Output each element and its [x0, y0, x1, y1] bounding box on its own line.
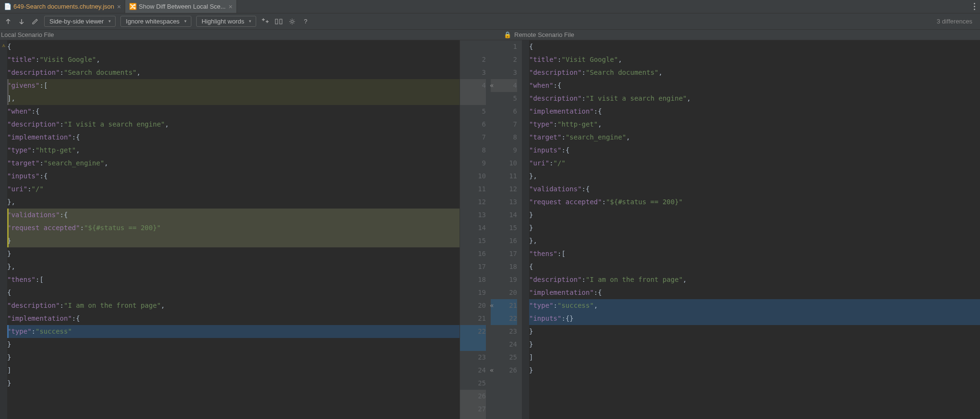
code-line[interactable]: "type": "http-get",	[7, 144, 460, 157]
code-line[interactable]: "target": "search_engine",	[7, 157, 460, 170]
code-line[interactable]: },	[529, 170, 980, 183]
tab-label: Show Diff Between Local Sce...	[139, 3, 225, 10]
left-code[interactable]: { "title": "Visit Google", "description"…	[7, 40, 460, 419]
help-button[interactable]: ?	[299, 15, 312, 28]
code-line[interactable]: "description": "I am on the front page",	[7, 299, 460, 312]
code-line[interactable]: "request accepted": "${#status == 200}"	[529, 196, 980, 209]
code-line[interactable]: "when": {	[7, 105, 460, 118]
line-number: 22	[491, 312, 517, 325]
line-number: 5	[491, 92, 517, 105]
collapse-button[interactable]	[259, 15, 272, 28]
code-line[interactable]: "validations": {	[529, 183, 980, 196]
apply-left-icon[interactable]: «	[490, 364, 494, 377]
line-number: 21	[460, 312, 486, 325]
code-line[interactable]: "inputs": {	[7, 170, 460, 183]
code-line[interactable]: },	[7, 196, 460, 209]
right-pane[interactable]: { "title": "Visit Google", "description"…	[522, 40, 980, 419]
code-line[interactable]: }	[529, 338, 980, 351]
line-number: 26«	[491, 364, 517, 377]
code-line[interactable]: "description": "I am on the front page",	[529, 273, 980, 286]
code-line[interactable]: }	[7, 234, 460, 247]
code-line[interactable]: "implementation": {	[7, 312, 460, 325]
line-number: 2	[460, 53, 486, 66]
code-line[interactable]: {	[529, 40, 980, 53]
whitespace-select[interactable]: Ignore whitespaces ▼	[120, 16, 191, 27]
code-line[interactable]: {	[7, 40, 460, 53]
code-line[interactable]: "uri": "/"	[529, 157, 980, 170]
chevron-down-icon: ▼	[248, 19, 252, 23]
code-line[interactable]: "type": "success",	[529, 299, 980, 312]
line-number: 6	[460, 118, 486, 131]
code-line[interactable]: }	[7, 338, 460, 351]
settings-button[interactable]	[286, 15, 298, 28]
line-number: 13	[460, 209, 486, 221]
code-line[interactable]: ]	[7, 364, 460, 377]
code-line[interactable]: }	[7, 351, 460, 364]
code-line[interactable]: }	[529, 209, 980, 221]
line-number: 12	[491, 183, 517, 196]
line-number	[460, 40, 486, 53]
left-pane[interactable]: ⚠ { "title": "Visit Google", "descriptio…	[0, 40, 460, 419]
code-line[interactable]: }	[529, 221, 980, 234]
code-line[interactable]: "validations": {	[7, 209, 460, 221]
code-line[interactable]: "implementation": {	[7, 131, 460, 144]
apply-left-icon[interactable]: «	[490, 79, 494, 92]
line-number: 17	[491, 247, 517, 260]
code-line[interactable]: ],	[7, 92, 460, 105]
code-line[interactable]: "title": "Visit Google",	[529, 53, 980, 66]
line-number	[460, 92, 486, 105]
tab-diff[interactable]: 🔀 Show Diff Between Local Sce... ×	[125, 0, 236, 13]
code-line[interactable]: "implementation": {	[529, 286, 980, 299]
code-line[interactable]: "thens": [	[7, 273, 460, 286]
code-line[interactable]: "inputs": {	[529, 144, 980, 157]
code-line[interactable]: "type": "success"	[7, 325, 460, 338]
line-number: 8	[491, 131, 517, 144]
close-icon[interactable]: ×	[228, 3, 232, 11]
code-line[interactable]: "implementation": {	[529, 105, 980, 118]
code-line[interactable]: "title": "Visit Google",	[7, 53, 460, 66]
code-line[interactable]: },	[7, 260, 460, 273]
code-line[interactable]: "request accepted": "${#status == 200}"	[7, 221, 460, 234]
close-icon[interactable]: ×	[117, 3, 121, 11]
prev-diff-button[interactable]	[2, 15, 14, 28]
code-line[interactable]: "when": {	[529, 79, 980, 92]
code-line[interactable]: "inputs": {}	[529, 312, 980, 325]
code-line[interactable]: }	[7, 247, 460, 260]
code-line[interactable]: }	[7, 377, 460, 390]
code-line[interactable]: "description": "I visit a search engine"…	[7, 118, 460, 131]
code-line[interactable]: "description": "Search documents",	[529, 66, 980, 79]
code-line[interactable]: },	[529, 234, 980, 247]
line-number: 17	[460, 260, 486, 273]
tab-label: 649-Search documents.chutney.json	[13, 3, 114, 10]
code-line[interactable]: "uri": "/"	[7, 183, 460, 196]
line-number: 23	[460, 351, 486, 364]
edit-button[interactable]	[29, 15, 41, 28]
code-line[interactable]: "thens": [	[529, 247, 980, 260]
highlight-select[interactable]: Highlight words ▼	[196, 16, 256, 27]
code-line[interactable]: "description": "Search documents",	[7, 66, 460, 79]
line-number: 18	[491, 260, 517, 273]
line-number: 23	[491, 325, 517, 338]
select-label: Ignore whitespaces	[126, 18, 179, 25]
next-diff-button[interactable]	[15, 15, 28, 28]
code-line[interactable]: ]	[529, 351, 980, 364]
more-icon[interactable]	[974, 3, 975, 10]
code-line[interactable]: {	[529, 260, 980, 273]
code-line[interactable]: }	[529, 325, 980, 338]
line-number: 16	[491, 234, 517, 247]
line-number: 18	[460, 273, 486, 286]
code-line[interactable]: "type": "http-get",	[529, 118, 980, 131]
apply-left-icon[interactable]: «	[490, 299, 494, 312]
right-code[interactable]: { "title": "Visit Google", "description"…	[529, 40, 980, 419]
code-line[interactable]: "target": "search_engine",	[529, 131, 980, 144]
editor-tabs: 📄 649-Search documents.chutney.json × 🔀 …	[0, 0, 980, 13]
viewer-mode-select[interactable]: Side-by-side viewer ▼	[44, 16, 116, 27]
sync-scroll-button[interactable]	[272, 15, 285, 28]
code-line[interactable]: "givens": [	[7, 79, 460, 92]
code-line[interactable]: "description": "I visit a search engine"…	[529, 92, 980, 105]
code-line[interactable]: {	[7, 286, 460, 299]
line-number: 12	[460, 196, 486, 209]
left-header: Local Scenario File	[0, 30, 460, 40]
tab-file-1[interactable]: 📄 649-Search documents.chutney.json ×	[0, 0, 125, 13]
code-line[interactable]: }	[529, 364, 980, 377]
